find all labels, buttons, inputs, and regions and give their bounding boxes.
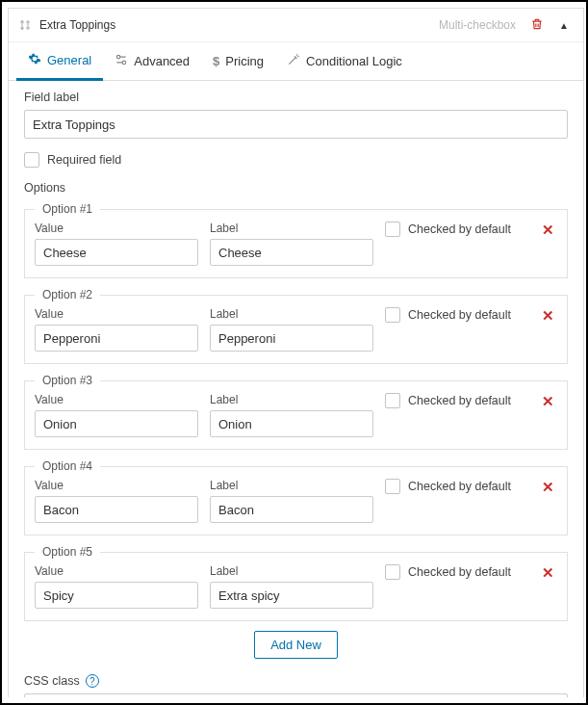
option-fieldset: Option #2ValueLabelChecked by default✕ [24, 288, 568, 364]
collapse-toggle[interactable]: ▲ [554, 18, 574, 32]
option-row: ValueLabelChecked by default✕ [35, 307, 557, 352]
option-row: ValueLabelChecked by default✕ [35, 564, 557, 609]
option-value-input[interactable] [35, 582, 198, 609]
option-label-label: Label [210, 393, 373, 406]
wand-icon [287, 53, 300, 69]
option-default-label: Checked by default [408, 222, 511, 236]
panel-header: Extra Toppings Multi-checkbox ▲ [9, 8, 583, 42]
option-default-checkbox[interactable] [385, 564, 400, 580]
option-value-input[interactable] [35, 325, 198, 352]
option-default-label: Checked by default [408, 308, 511, 322]
option-label-input[interactable] [210, 410, 373, 437]
option-value-label: Value [35, 307, 198, 321]
remove-option-button[interactable]: ✕ [542, 393, 554, 410]
option-legend: Option #5 [35, 545, 100, 559]
css-class-input[interactable] [24, 693, 568, 697]
help-icon[interactable]: ? [86, 674, 99, 688]
option-fieldset: Option #4ValueLabelChecked by default✕ [24, 459, 568, 535]
option-value-label: Value [35, 393, 198, 406]
option-default-label: Checked by default [408, 394, 511, 407]
tab-advanced[interactable]: Advanced [103, 42, 201, 80]
option-row: ValueLabelChecked by default✕ [35, 393, 557, 437]
option-label-label: Label [210, 222, 373, 235]
css-class-title: CSS class [24, 674, 80, 688]
gear-icon [28, 52, 41, 68]
option-row: ValueLabelChecked by default✕ [35, 222, 557, 266]
svg-point-0 [117, 55, 121, 59]
options-list: Option #1ValueLabelChecked by default✕Op… [24, 202, 568, 621]
option-value-input[interactable] [35, 239, 198, 266]
sliders-icon [115, 53, 128, 69]
option-label-label: Label [210, 307, 373, 321]
panel-title: Extra Toppings [39, 18, 431, 32]
remove-option-button[interactable]: ✕ [542, 564, 554, 582]
option-default-checkbox[interactable] [385, 393, 400, 408]
tab-pricing-label: Pricing [225, 54, 264, 68]
tab-conditional-label: Conditional Logic [306, 54, 402, 68]
option-legend: Option #3 [35, 374, 100, 387]
option-label-input[interactable] [210, 325, 373, 352]
panel-field-type: Multi-checkbox [439, 18, 516, 32]
option-label-input[interactable] [210, 582, 373, 609]
remove-option-button[interactable]: ✕ [542, 479, 554, 496]
option-legend: Option #1 [35, 202, 100, 216]
required-field-checkbox[interactable] [24, 152, 39, 168]
tab-advanced-label: Advanced [134, 54, 190, 68]
option-value-input[interactable] [35, 410, 198, 437]
add-option-button[interactable]: Add New [254, 631, 338, 659]
tab-general-label: General [47, 53, 91, 67]
required-field-label: Required field [47, 153, 121, 167]
option-label-label: Label [210, 564, 373, 578]
option-label-input[interactable] [210, 239, 373, 266]
option-default-label: Checked by default [408, 480, 511, 493]
css-class-group: CSS class ? [24, 674, 568, 697]
tab-conditional-logic[interactable]: Conditional Logic [275, 42, 414, 80]
field-label-title: Field label [24, 91, 568, 104]
option-default-label: Checked by default [408, 565, 511, 579]
option-default-checkbox[interactable] [385, 222, 400, 237]
option-default-checkbox[interactable] [385, 479, 400, 494]
option-fieldset: Option #1ValueLabelChecked by default✕ [24, 202, 568, 278]
remove-option-button[interactable]: ✕ [542, 222, 554, 239]
field-label-group: Field label [24, 91, 568, 139]
field-label-input[interactable] [24, 110, 568, 139]
option-fieldset: Option #3ValueLabelChecked by default✕ [24, 374, 568, 450]
option-default-checkbox[interactable] [385, 307, 400, 323]
option-value-label: Value [35, 222, 198, 235]
tab-pricing[interactable]: $ Pricing [201, 42, 275, 80]
options-section-title: Options [24, 181, 568, 195]
option-legend: Option #4 [35, 459, 100, 473]
required-field-group: Required field [24, 152, 568, 168]
panel-scroll[interactable]: Extra Toppings Multi-checkbox ▲ General [8, 8, 584, 697]
tab-bar: General Advanced $ Pricing Condition [9, 42, 583, 81]
option-value-label: Value [35, 564, 198, 578]
caret-up-icon: ▲ [559, 20, 569, 31]
remove-option-button[interactable]: ✕ [542, 307, 554, 325]
option-label-input[interactable] [210, 496, 373, 523]
drag-handle-icon[interactable] [18, 19, 32, 31]
option-legend: Option #2 [35, 288, 100, 301]
tab-general[interactable]: General [16, 43, 103, 81]
option-row: ValueLabelChecked by default✕ [35, 479, 557, 523]
svg-point-1 [122, 61, 126, 64]
tab-general-body: Field label Required field Options Optio… [9, 81, 583, 697]
delete-field-button[interactable] [527, 17, 547, 34]
option-value-label: Value [35, 479, 198, 492]
dollar-icon: $ [213, 54, 219, 68]
option-label-label: Label [210, 479, 373, 492]
option-fieldset: Option #5ValueLabelChecked by default✕ [24, 545, 568, 621]
field-panel: Extra Toppings Multi-checkbox ▲ General [8, 8, 584, 697]
option-value-input[interactable] [35, 496, 198, 523]
